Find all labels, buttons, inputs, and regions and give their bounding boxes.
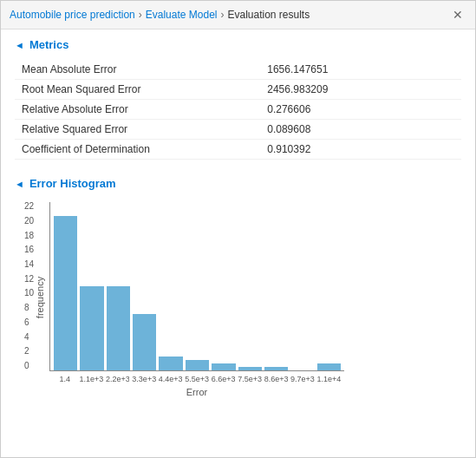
- metric-value: 2456.983209: [260, 80, 461, 100]
- breadcrumb-item-1[interactable]: Automobile price prediction: [10, 9, 135, 21]
- x-label: 4.4e+3: [159, 375, 182, 383]
- metrics-row: Root Mean Squared Error2456.983209: [15, 80, 461, 100]
- metric-value: 0.089608: [260, 120, 461, 140]
- x-label: 1.1e+3: [79, 375, 102, 383]
- metrics-row: Relative Absolute Error0.276606: [15, 100, 461, 120]
- y-tick: 22: [24, 202, 34, 211]
- x-label: 8.6e+3: [264, 375, 288, 383]
- x-label: 5.5e+3: [185, 375, 208, 383]
- y-tick: 6: [24, 318, 34, 327]
- x-axis-label: Error: [49, 387, 344, 397]
- x-label: 1.1e+4: [317, 375, 341, 383]
- main-window: Automobile price prediction › Evaluate M…: [0, 0, 476, 458]
- metric-label: Relative Absolute Error: [15, 100, 260, 120]
- chart-container: frequency 0246810121416182022 1.41.1e+32…: [49, 202, 344, 393]
- y-tick: 16: [24, 245, 34, 254]
- metric-value: 0.276606: [260, 100, 461, 120]
- histogram-section-header[interactable]: ◄ Error Histogram: [15, 177, 461, 190]
- y-tick: 10: [24, 289, 34, 298]
- content-area: ◄ Metrics Mean Absolute Error1656.147651…: [1, 29, 475, 457]
- metrics-section-header[interactable]: ◄ Metrics: [15, 38, 461, 51]
- bar: [238, 367, 262, 370]
- bar: [54, 216, 77, 370]
- bar: [133, 314, 156, 370]
- x-label: 2.2e+3: [106, 375, 129, 383]
- bar: [212, 363, 235, 370]
- chart-inner: 0246810121416182022: [49, 202, 344, 371]
- bar: [80, 286, 103, 370]
- x-label: 7.5e+3: [238, 375, 261, 383]
- bar: [186, 360, 209, 370]
- histogram-section: ◄ Error Histogram frequency 024681012141…: [15, 177, 461, 393]
- breadcrumb-item-2[interactable]: Evaluate Model: [146, 9, 218, 21]
- metrics-table: Mean Absolute Error1656.147651Root Mean …: [15, 60, 461, 160]
- metric-label: Relative Squared Error: [15, 120, 260, 140]
- metrics-title: Metrics: [29, 38, 69, 51]
- breadcrumb-current: Evaluation results: [227, 9, 310, 21]
- bar: [264, 367, 288, 370]
- title-bar: Automobile price prediction › Evaluate M…: [1, 1, 475, 29]
- metrics-row: Coefficient of Determination0.910392: [15, 140, 461, 160]
- metric-label: Mean Absolute Error: [15, 60, 260, 80]
- y-tick: 8: [24, 304, 34, 312]
- metric-label: Coefficient of Determination: [15, 140, 260, 160]
- y-tick: 4: [24, 333, 34, 342]
- x-label: 9.7e+3: [290, 375, 314, 383]
- y-tick: 20: [24, 217, 34, 226]
- y-tick: 0: [24, 362, 34, 370]
- x-label: 3.3e+3: [132, 375, 155, 383]
- breadcrumb-sep-2: ›: [220, 9, 224, 21]
- x-label: 6.6e+3: [212, 375, 235, 383]
- x-label: 1.4: [53, 375, 76, 383]
- y-tick: 14: [24, 260, 34, 269]
- bar: [107, 286, 130, 370]
- breadcrumb-sep-1: ›: [139, 9, 142, 21]
- close-button[interactable]: ✕: [449, 6, 466, 23]
- histogram-title: Error Histogram: [29, 177, 116, 190]
- bar: [317, 363, 341, 370]
- y-tick: 18: [24, 232, 34, 240]
- bars-container: [50, 202, 344, 370]
- metrics-row: Relative Squared Error0.089608: [15, 120, 461, 140]
- metric-label: Root Mean Squared Error: [15, 80, 260, 100]
- y-ticks: 0246810121416182022: [24, 202, 34, 370]
- collapse-histogram-icon: ◄: [15, 179, 24, 189]
- y-tick: 12: [24, 275, 34, 284]
- metric-value: 0.910392: [260, 140, 461, 160]
- y-axis-label: frequency: [35, 277, 45, 318]
- y-tick: 2: [24, 347, 34, 356]
- x-labels: 1.41.1e+32.2e+33.3e+34.4e+35.5e+36.6e+37…: [49, 371, 344, 383]
- collapse-metrics-icon: ◄: [15, 40, 24, 50]
- bar: [159, 357, 182, 370]
- metrics-row: Mean Absolute Error1656.147651: [15, 60, 461, 80]
- metric-value: 1656.147651: [260, 60, 461, 80]
